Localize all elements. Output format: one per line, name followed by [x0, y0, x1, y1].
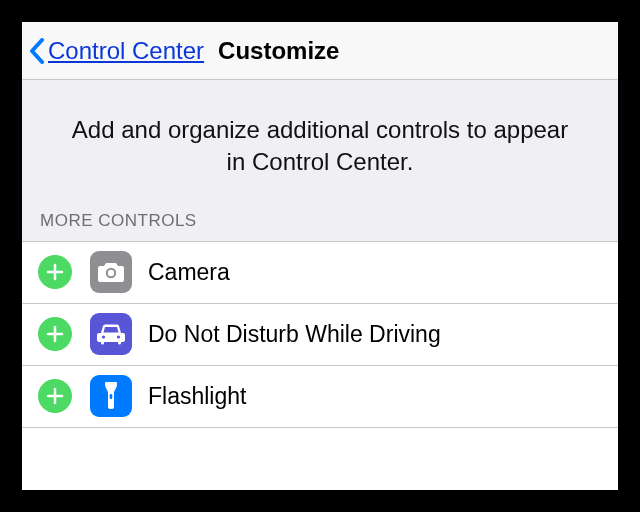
- list-item: Camera: [22, 242, 618, 304]
- section-header-more-controls: MORE CONTROLS: [22, 201, 618, 242]
- page-title: Customize: [218, 37, 339, 65]
- nav-bar: Control Center Customize: [22, 22, 618, 80]
- add-button[interactable]: [38, 255, 72, 289]
- camera-icon: [90, 251, 132, 293]
- list-item: Flashlight: [22, 366, 618, 428]
- settings-pane: Control Center Customize Add and organiz…: [22, 22, 618, 490]
- description-text: Add and organize additional controls to …: [62, 114, 578, 179]
- add-button[interactable]: [38, 317, 72, 351]
- flashlight-icon: [90, 375, 132, 417]
- description-box: Add and organize additional controls to …: [22, 80, 618, 201]
- svg-rect-11: [110, 394, 113, 399]
- car-icon: [90, 313, 132, 355]
- list-item-label: Camera: [148, 259, 230, 286]
- controls-list: Camera Do Not Disturb While Driving: [22, 242, 618, 428]
- list-item: Do Not Disturb While Driving: [22, 304, 618, 366]
- svg-point-7: [117, 336, 120, 339]
- back-link[interactable]: Control Center: [48, 37, 204, 65]
- add-button[interactable]: [38, 379, 72, 413]
- chevron-left-icon[interactable]: [28, 36, 46, 66]
- list-item-label: Do Not Disturb While Driving: [148, 321, 441, 348]
- svg-point-3: [108, 270, 114, 276]
- svg-rect-10: [105, 382, 117, 386]
- svg-point-6: [102, 336, 105, 339]
- list-item-label: Flashlight: [148, 383, 246, 410]
